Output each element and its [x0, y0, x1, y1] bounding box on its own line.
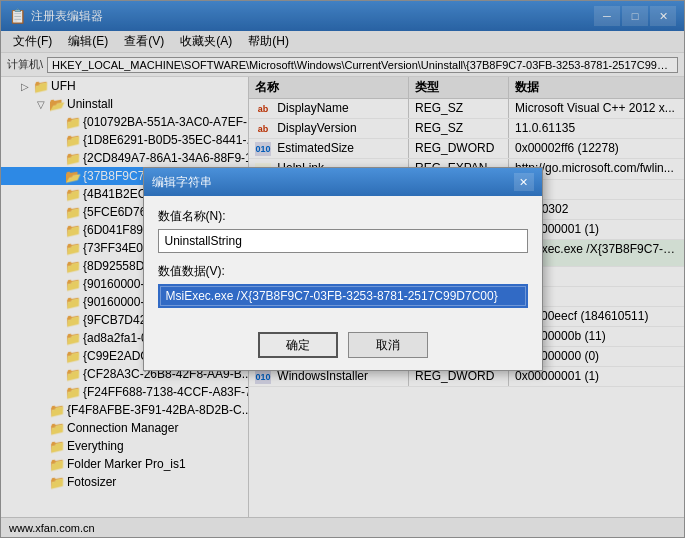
dialog-overlay: 编辑字符串 ✕ 数值名称(N): 数值数据(V): 确定 取消: [0, 0, 685, 538]
edit-string-dialog: 编辑字符串 ✕ 数值名称(N): 数值数据(V): 确定 取消: [143, 167, 543, 371]
dialog-close-button[interactable]: ✕: [514, 173, 534, 191]
field-data-label: 数值数据(V):: [158, 263, 528, 280]
field-name-label: 数值名称(N):: [158, 208, 528, 225]
dialog-ok-button[interactable]: 确定: [258, 332, 338, 358]
dialog-title: 编辑字符串: [152, 174, 514, 191]
field-data-input[interactable]: [158, 284, 528, 308]
dialog-title-bar: 编辑字符串 ✕: [144, 168, 542, 196]
dialog-cancel-button[interactable]: 取消: [348, 332, 428, 358]
dialog-body: 数值名称(N): 数值数据(V): 确定 取消: [144, 196, 542, 370]
field-name-input[interactable]: [158, 229, 528, 253]
dialog-buttons: 确定 取消: [158, 332, 528, 358]
